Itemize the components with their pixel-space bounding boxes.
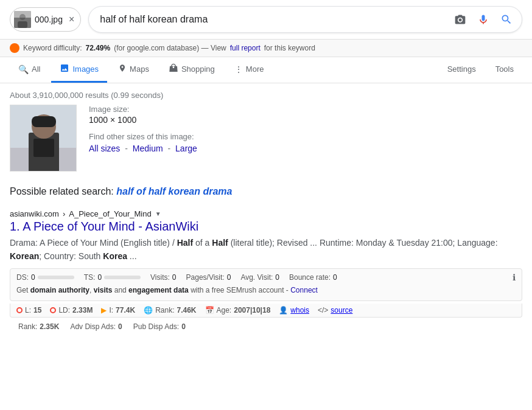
camera-button[interactable] — [452, 11, 469, 28]
size-link-large[interactable]: Large — [175, 144, 197, 153]
semrush-icon — [10, 43, 19, 53]
metric-ds-bar — [38, 276, 74, 279]
semrush-promo: Get domain authority, visits and engagem… — [16, 285, 516, 297]
result-separator: › — [63, 209, 65, 218]
promo-bold2: visits — [94, 286, 113, 294]
result-url: asianwiki.com › A_Piece_of_Your_Mind ▼ — [10, 209, 522, 218]
svg-rect-8 — [32, 116, 56, 127]
size-link-medium[interactable]: Medium — [133, 144, 163, 153]
maps-icon — [118, 63, 127, 75]
tab-more[interactable]: ⋮ More — [226, 58, 273, 82]
tab-maps[interactable]: Maps — [110, 57, 158, 83]
sep2: - — [168, 144, 173, 153]
metric-l: L: 15 — [16, 306, 41, 314]
result-snippet: Drama: A Piece of Your Mind (English tit… — [10, 236, 522, 263]
whois-link[interactable]: whois — [290, 306, 309, 314]
keyword-bar-middle: (for google.com database) — View — [114, 44, 226, 52]
settings-tab[interactable]: Settings — [439, 58, 485, 82]
search-button[interactable] — [498, 11, 515, 28]
metric-adv-disp-label: Adv Disp Ads: — [70, 322, 116, 331]
related-search-link[interactable]: half of half korean drama — [116, 186, 232, 196]
tab-shopping[interactable]: Shopping — [160, 57, 223, 83]
result-image-thumbnail — [10, 105, 77, 172]
promo-bold3: engagement data — [128, 286, 189, 294]
metric-ld-label: LD: — [58, 306, 70, 314]
info-icon[interactable]: ℹ — [513, 273, 516, 282]
mic-button[interactable] — [475, 11, 492, 28]
more-dots-icon: ⋮ — [234, 64, 243, 74]
tab-images-label: Images — [72, 64, 99, 74]
tools-tab[interactable]: Tools — [487, 58, 522, 82]
semrush-row3: Rank: 2.35K Adv Disp Ads: 0 Pub Disp Ads… — [0, 320, 532, 335]
metric-rank2-label: Rank: — [18, 322, 37, 331]
metric-l-value: 15 — [33, 306, 41, 314]
svg-point-3 — [459, 18, 462, 21]
metric-pub-disp-label: Pub Disp Ads: — [133, 322, 179, 331]
metric-rank-value: 7.46K — [177, 306, 196, 314]
image-chip-close[interactable]: × — [69, 14, 74, 25]
results-info: About 3,910,000,000 results (0.99 second… — [0, 83, 532, 105]
svg-point-1 — [19, 14, 26, 20]
metric-pub-disp-value: 0 — [181, 322, 186, 331]
metric-age: 📅 Age: 2007|10|18 — [205, 306, 271, 314]
metric-pages-visit: Pages/Visit: 0 — [186, 273, 231, 282]
nav-settings-group: Settings Tools — [439, 58, 522, 82]
result-title[interactable]: 1. A Piece of Your Mind - AsianWiki — [10, 220, 522, 234]
metric-visits-value: 0 — [172, 273, 177, 282]
metric-whois[interactable]: 👤 whois — [279, 306, 309, 314]
metric-rank2-value: 2.35K — [40, 322, 59, 331]
tab-all[interactable]: 🔍 All — [10, 58, 49, 82]
metric-adv-disp: Adv Disp Ads: 0 — [68, 322, 122, 331]
metric-rank2: Rank: 2.35K — [16, 322, 59, 331]
other-sizes-label: Find other sizes of this image: — [89, 132, 522, 141]
semrush-bottom-row: L: 15 LD: 2.33M ▶ I: 77.4K 🌐 Rank: 7.46K… — [10, 304, 522, 318]
metric-ds: DS: 0 — [16, 273, 74, 282]
camera-icon — [454, 13, 466, 26]
connect-link[interactable]: Connect — [290, 286, 318, 294]
metric-ts-bar — [104, 276, 141, 279]
image-chip-label: 000.jpg — [35, 15, 63, 24]
metric-ts-value: 0 — [97, 273, 102, 282]
metric-age-value: 2007|10|18 — [234, 306, 270, 314]
play-icon: ▶ — [101, 306, 107, 314]
full-report-link[interactable]: full report — [230, 44, 261, 52]
code-icon: </> — [318, 306, 328, 314]
metric-bounce-label: Bounce rate: — [289, 273, 331, 282]
settings-label: Settings — [447, 64, 476, 74]
image-result-block: Image size: 1000 × 1000 Find other sizes… — [0, 105, 532, 181]
promo-bold1: domain authority — [30, 286, 89, 294]
image-chip[interactable]: 000.jpg × — [10, 7, 81, 32]
rank-icon: 🌐 — [144, 306, 153, 314]
semrush-row1: DS: 0 TS: 0 Visits: 0 Pages/Visit: 0 Avg… — [16, 273, 516, 282]
result-dropdown-arrow[interactable]: ▼ — [155, 210, 161, 217]
keyword-bar-suffix: for this keyword — [264, 44, 315, 52]
metric-ld: LD: 2.33M — [50, 306, 93, 314]
image-size-value: 1000 × 1000 — [89, 115, 522, 125]
semrush-metrics-bar: DS: 0 TS: 0 Visits: 0 Pages/Visit: 0 Avg… — [10, 268, 522, 301]
bold-half1: Half — [177, 238, 193, 248]
metric-rank: 🌐 Rank: 7.46K — [144, 306, 196, 314]
size-link-all[interactable]: All sizes — [89, 144, 120, 153]
metric-avg-visit: Avg. Visit: 0 — [240, 273, 279, 282]
metric-pages-label: Pages/Visit: — [186, 273, 225, 282]
metric-ts: TS: 0 — [84, 273, 141, 282]
ld-circle — [50, 307, 56, 313]
metric-bounce-value: 0 — [333, 273, 337, 282]
result-title-text: A Piece of Your Mind - AsianWiki — [23, 220, 198, 233]
l-circle — [16, 307, 23, 313]
metric-source[interactable]: </> source — [318, 306, 352, 314]
image-info: Image size: 1000 × 1000 Find other sizes… — [89, 105, 522, 172]
mic-icon — [477, 13, 489, 26]
metric-i-value: 77.4K — [116, 306, 135, 314]
keyword-bar-prefix: Keyword difficulty: — [23, 44, 82, 52]
svg-rect-9 — [33, 139, 54, 157]
nav-tabs: 🔍 All Images Maps Shopping ⋮ More Settin… — [0, 57, 532, 83]
metric-visits: Visits: 0 — [150, 273, 176, 282]
related-search: Possible related search: half of half ko… — [0, 181, 532, 209]
images-icon — [60, 63, 69, 75]
tab-images[interactable]: Images — [51, 57, 107, 83]
metric-ds-label: DS: — [16, 273, 29, 282]
keyword-difficulty-value: 72.49% — [86, 44, 111, 52]
svg-rect-0 — [14, 11, 31, 28]
source-link[interactable]: source — [331, 306, 352, 314]
